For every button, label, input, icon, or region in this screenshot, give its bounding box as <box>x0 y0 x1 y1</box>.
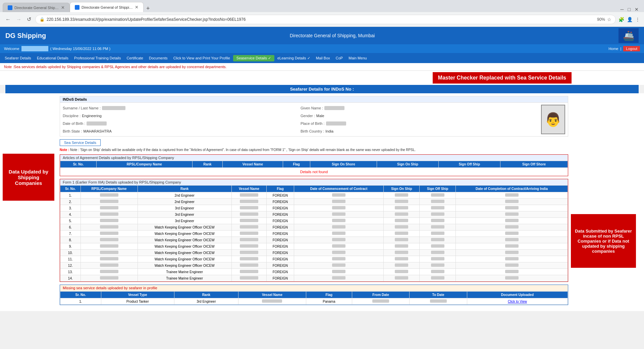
f1-col-flag: Flag <box>267 186 294 192</box>
m-col-rank: Rank <box>174 292 238 298</box>
nav-item-cop[interactable]: CoP <box>333 55 345 61</box>
col-sign-off-ship: Sign Off Ship <box>438 161 500 168</box>
data-submitted-box: Data Submitted by Seafarer incase of non… <box>571 214 636 268</box>
indos-section: INDoS Details Surname / Last Name : Give… <box>60 96 568 137</box>
f1-col-rank: Rank <box>138 186 231 192</box>
form1-row-5: 5. 3rd Engineer FOREIGN <box>60 218 568 224</box>
nav-item-mainmenu[interactable]: Main Menu <box>346 55 369 61</box>
gender-value: Male <box>316 114 324 118</box>
lock-icon: 🔒 <box>40 17 45 22</box>
form1-row-9: 9. Watch Keeping Engineer Officer OICEW … <box>60 243 568 250</box>
f1-col-company: RPSL/Company Name <box>80 186 138 192</box>
f1-col-doc: Date of Commencement of Contract <box>294 186 384 192</box>
browser-right-icons: 🧩 👤 ⋮ <box>619 17 640 22</box>
given-name-value <box>324 106 344 110</box>
profile-icon[interactable]: 👤 <box>627 17 633 22</box>
app-subtitle: Directorate General of Shipping, Mumbai <box>290 33 375 38</box>
m-from-1 <box>352 298 410 305</box>
note-text: Note :Sea services details uploded by Sh… <box>4 65 227 69</box>
m-col-doc: Document Uploaded <box>467 292 568 298</box>
sea-service-tab[interactable]: Sea Service Details <box>60 139 101 146</box>
logout-link[interactable]: Logout <box>623 46 640 51</box>
form1-row-8: 8. Watch Keeping Engineer Officer OICEW … <box>60 237 568 243</box>
surname-field: Surname / Last Name : <box>63 105 298 111</box>
f1-col-vessel: Vessel Name <box>231 186 267 192</box>
welcome-label: Welcome <box>4 47 19 51</box>
tab2-favicon <box>75 5 79 10</box>
menu-icon[interactable]: ⋮ <box>635 17 640 22</box>
nav-item-certificate[interactable]: Certificate <box>124 55 146 61</box>
nav-back-button[interactable]: ← <box>4 15 12 24</box>
missing-row-1: 1. Product Tanker 3rd Engineer Panama Cl… <box>60 298 568 305</box>
new-tab-button[interactable]: + <box>144 5 152 12</box>
nav-item-mailbox[interactable]: Mail Box <box>313 55 333 61</box>
star-icon[interactable]: ☆ <box>607 17 611 22</box>
form1-row-13: 13. Trainee Marine Engineer FOREIGN <box>60 269 568 275</box>
birth-country-label: Birth Country : <box>301 129 324 133</box>
tab2-close[interactable]: ✕ <box>135 5 139 10</box>
inactive-tab[interactable]: Directorate General Shipping : G... ✕ <box>3 3 70 12</box>
address-bar[interactable]: 🔒 220.156.189.33/esamudraUI/jsp/examinat… <box>35 15 616 24</box>
surname-value <box>102 106 125 110</box>
form1-row-4: 4. 3rd Engineer FOREIGN <box>60 211 568 218</box>
welcome-date: ( Wednesday 15/06/2022 11:06 PM ) <box>50 47 111 51</box>
master-checker-annotation: Master Checker Replaced with Sea Service… <box>0 71 644 85</box>
header-ship-icon: 🚢 <box>619 28 639 43</box>
m-sr-1: 1. <box>60 298 101 305</box>
tab1-close[interactable]: ✕ <box>61 5 65 10</box>
nav-item-seaservice[interactable]: Seaservice Details ✓ <box>233 55 274 61</box>
surname-label: Surname / Last Name : <box>63 106 101 110</box>
birth-country-value: India <box>325 129 333 133</box>
extension-icon[interactable]: 🧩 <box>619 17 624 22</box>
missing-table: Sr. No. Vessel Type Rank Vessel Name Fla… <box>60 291 568 305</box>
photo-placeholder: 👨 <box>541 105 565 134</box>
m-flag-1: Panama <box>306 298 352 305</box>
home-link[interactable]: Home <box>608 47 618 51</box>
m-vessel-type-1: Product Tanker <box>101 298 174 305</box>
browser-tab-bar: Directorate General Shipping : G... ✕ Di… <box>0 0 644 12</box>
nav-item-professional[interactable]: Professional Training Details <box>71 55 123 61</box>
active-tab[interactable]: Directorate General of Shipping ✕ <box>70 2 144 12</box>
welcome-input[interactable] <box>21 46 48 51</box>
m-vessel-1 <box>238 298 306 305</box>
birth-state-field: Birth State : MAHARASHTRA <box>63 128 298 134</box>
tab2-label: Directorate General of Shipping <box>82 5 133 9</box>
nav-item-viewprint[interactable]: Click to View and Print Your Profile <box>171 55 233 61</box>
nav-forward-button[interactable]: → <box>15 15 23 24</box>
tab1-favicon <box>8 5 12 10</box>
m-rank-1: 3rd Engineer <box>174 298 238 305</box>
f1-col-son: Sign On Ship <box>384 186 420 192</box>
discipline-value: Engineering <box>82 114 102 118</box>
discipline-label: Discipline : <box>63 114 80 118</box>
sea-service-note: Note : Note : 'Sign on Ship' details wil… <box>60 148 568 152</box>
f1-col-dcc: Date of Completion of Contract/Arriving … <box>456 186 568 192</box>
dob-value <box>87 121 107 126</box>
nav-item-documents[interactable]: Documents <box>146 55 170 61</box>
col-sign-off-shore: Sign Off Shore <box>500 161 568 168</box>
missing-header: Missing sea service details uploaded by … <box>60 285 568 291</box>
birth-country-field: Birth Country : India <box>301 128 536 134</box>
indos-header: INDoS Details <box>60 96 568 103</box>
nav-reload-button[interactable]: ↺ <box>25 15 33 24</box>
col-vessel: Vessel Name <box>223 161 283 168</box>
form1-table: Sr. No. RPSL/Company Name Rank Vessel Na… <box>60 185 568 282</box>
nav-item-seafarer[interactable]: Seafarer Details <box>2 55 34 61</box>
m-doc-1[interactable]: Click to View <box>467 298 568 305</box>
zoom-level: 90% <box>597 17 605 22</box>
form1-row-1: 1. 2nd Engineer FOREIGN <box>60 192 568 199</box>
col-sign-on-ship: Sign On Ship <box>377 161 438 168</box>
nav-item-educational[interactable]: Educational Details <box>34 55 71 61</box>
master-checker-box: Master Checker Replaced with Sea Service… <box>433 72 572 84</box>
left-annotation-container: Data Updated by Shipping Companies <box>0 93 57 308</box>
col-company: RPSL/Company Name <box>97 161 193 168</box>
form1-row-14: 14. Trainee Marine Engineer FOREIGN <box>60 275 568 282</box>
tab1-label: Directorate General Shipping : G... <box>14 6 59 10</box>
m-col-to: To Date <box>410 292 467 298</box>
f1-col-srno: Sr. No. <box>60 186 81 192</box>
form1-row-11: 11. Watch Keeping Engineer Officer OICEW… <box>60 256 568 262</box>
nav-item-elearning[interactable]: eLearning Details ✓ <box>275 55 313 61</box>
m-col-vessel-type: Vessel Type <box>101 292 174 298</box>
form1-row-7: 7. Watch Keeping Engineer Officer OICEW … <box>60 231 568 237</box>
section-header: Seafarer Details for INDoS No : <box>5 85 639 93</box>
place-of-birth-field: Place of Birth : <box>301 120 536 127</box>
